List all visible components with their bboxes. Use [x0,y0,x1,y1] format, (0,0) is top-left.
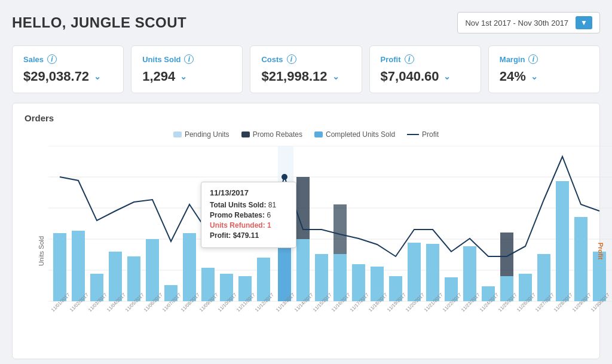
orders-svg: 0 25 50 75 100 125 -$500.00 -$250.00 $0.… [48,146,612,337]
metric-chevron-units-sold[interactable]: ⌄ [180,72,187,81]
metric-label-units-sold: Units Sold i [142,54,231,64]
tooltip-units-refunded-label: Units Refunded: [210,221,265,230]
metrics-row: Sales i $29,038.72 ⌄ Units Sold i 1,294 … [12,45,600,93]
bar-28 [574,217,587,301]
chart-area: Units Sold Profit 0 25 50 75 100 125 -$5… [25,146,587,349]
metric-info-icon-margin[interactable]: i [528,54,538,64]
tooltip-profit: Profit: $479.11 [210,231,287,240]
tooltip-total-units-value: 81 [268,201,276,209]
y-axis-right-label: Profit [597,243,604,260]
legend-promo-box [241,131,250,137]
metric-chevron-profit[interactable]: ⌄ [443,72,451,81]
legend-profit-line [407,134,419,135]
metric-label-costs: Costs i [261,54,350,64]
tooltip-date: 11/13/2017 [210,188,287,197]
metric-info-icon-costs[interactable]: i [287,54,296,64]
metric-label-sales: Sales i [23,54,112,64]
bar-15-promo [333,204,347,254]
metric-chevron-costs[interactable]: ⌄ [332,72,339,81]
tooltip-profit-label: Profit: [210,231,231,240]
metric-label-margin: Margin i [500,54,589,64]
bar-20 [426,244,439,301]
legend-pending: Pending Units [173,130,230,139]
y-axis-left-label: Units Sold [38,236,45,266]
legend-profit-label: Profit [422,130,439,139]
bar-27 [556,181,569,301]
legend-completed-label: Completed Units Sold [326,130,395,139]
tooltip-profit-value: $479.11 [233,231,259,240]
bar-0 [53,233,66,301]
tooltip-promo-rebates-value: 6 [267,211,271,219]
legend-completed-box [314,131,323,137]
metric-chevron-sales[interactable]: ⌄ [94,72,101,81]
metric-card-costs: Costs i $21,998.12 ⌄ [250,45,362,93]
bar-1 [72,231,85,301]
metric-card-margin: Margin i 24% ⌄ [488,45,600,93]
metric-value-sales: $29,038.72 ⌄ [23,69,112,84]
page-title: HELLO, JUNGLE SCOUT [12,14,186,31]
page-header: HELLO, JUNGLE SCOUT Nov 1st 2017 - Nov 3… [12,12,600,33]
bar-7 [183,233,196,301]
tooltip-total-units: Total Units Sold: 81 [210,201,287,209]
tooltip-units-refunded: Units Refunded: 1 [210,221,287,230]
legend-profit: Profit [407,130,439,139]
metric-value-profit: $7,040.60 ⌄ [381,69,470,84]
chart-title: Orders [25,113,587,123]
legend-pending-box [173,131,182,137]
profit-line [60,157,599,256]
metric-value-units-sold: 1,294 ⌄ [142,69,231,84]
bar-13 [296,239,310,301]
metric-info-icon-sales[interactable]: i [47,54,57,64]
orders-chart-card: Orders Pending Units Promo Rebates Compl… [12,103,600,359]
legend-pending-label: Pending Units [185,130,230,139]
tooltip-total-units-label: Total Units Sold: [210,201,266,209]
profit-dot-13 [281,174,287,180]
metric-value-margin: 24% ⌄ [500,69,589,84]
bar-3 [109,252,122,301]
metric-chevron-margin[interactable]: ⌄ [531,72,538,81]
metric-card-sales: Sales i $29,038.72 ⌄ [12,45,124,93]
date-picker-chevron-icon[interactable]: ▼ [576,16,592,29]
chart-tooltip: 11/13/2017 Total Units Sold: 81 Promo Re… [201,182,296,248]
date-range-label: Nov 1st 2017 - Nov 30th 2017 [465,19,568,27]
metric-card-units-sold: Units Sold i 1,294 ⌄ [131,45,243,93]
legend-promo: Promo Rebates [241,130,302,139]
date-range-picker[interactable]: Nov 1st 2017 - Nov 30th 2017 ▼ [457,12,600,33]
legend-completed: Completed Units Sold [314,130,395,139]
bar-19 [408,243,421,301]
chart-legend: Pending Units Promo Rebates Completed Un… [25,130,587,139]
tooltip-units-refunded-value: 1 [267,221,271,230]
metric-info-icon-profit[interactable]: i [405,54,414,64]
tooltip-promo-rebates-label: Promo Rebates: [210,211,265,219]
metric-info-icon-units-sold[interactable]: i [184,54,194,64]
metric-card-profit: Profit i $7,040.60 ⌄ [369,45,481,93]
metric-label-profit: Profit i [381,54,470,64]
bar-22 [463,246,476,301]
tooltip-promo-rebates: Promo Rebates: 6 [210,211,287,219]
bar-5 [146,239,159,301]
metric-value-costs: $21,998.12 ⌄ [261,69,350,84]
legend-promo-label: Promo Rebates [253,130,302,139]
